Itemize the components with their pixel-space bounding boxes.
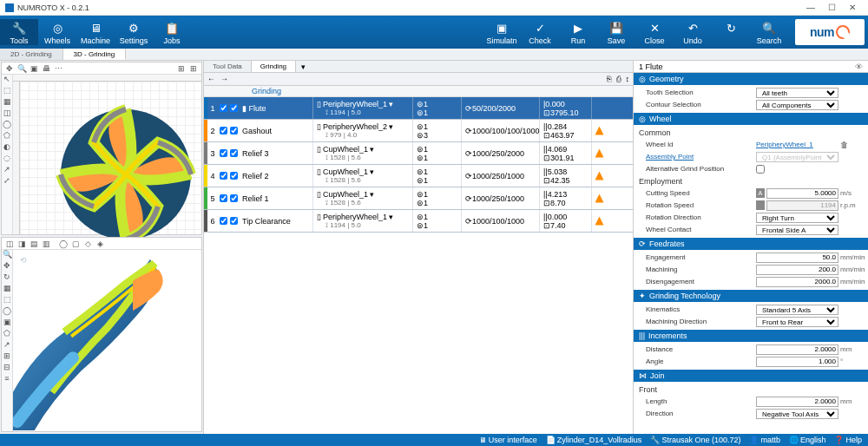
v3-mode1-icon[interactable]: ◫ bbox=[3, 239, 16, 249]
v3-s8[interactable]: ⬠ bbox=[2, 329, 12, 340]
ribbon-run[interactable]: ▶Run bbox=[559, 19, 597, 45]
mid-tab-more-icon[interactable]: ▾ bbox=[296, 61, 311, 72]
v3-s7[interactable]: ▣ bbox=[2, 318, 12, 329]
status-user-interface[interactable]: 🖥 User interface bbox=[477, 436, 540, 444]
check-alt-grind[interactable] bbox=[756, 165, 765, 174]
vt-btn-10[interactable]: ⤢ bbox=[2, 176, 12, 187]
row-check-1[interactable] bbox=[220, 104, 227, 112]
v3-s1[interactable]: 🔍 bbox=[2, 250, 12, 261]
row-check-1[interactable] bbox=[220, 172, 227, 180]
vt-btn-6[interactable]: ⬠ bbox=[2, 131, 12, 142]
ribbon-check[interactable]: ✓Check bbox=[521, 19, 559, 45]
v3-shade3-icon[interactable]: ◇ bbox=[82, 239, 94, 249]
v3-s5[interactable]: ⬚ bbox=[2, 295, 12, 306]
input-cutting-speed[interactable] bbox=[766, 188, 838, 199]
section-feedrates[interactable]: ⟳Feedrates bbox=[634, 238, 868, 250]
input-length[interactable] bbox=[756, 397, 838, 407]
row-check-2[interactable] bbox=[230, 104, 238, 112]
input-distance[interactable] bbox=[756, 344, 838, 355]
viewer-3d-canvas[interactable]: ⟲ bbox=[13, 250, 201, 431]
section-increments[interactable]: |||Increments bbox=[634, 330, 868, 342]
section-grinding-tech[interactable]: ✦Grinding Technology bbox=[634, 290, 868, 302]
v3-shade4-icon[interactable]: ◈ bbox=[94, 239, 106, 249]
arrow-right-icon[interactable]: → bbox=[220, 75, 228, 83]
viewer-tool-fit-icon[interactable]: ▣ bbox=[28, 63, 40, 74]
lbl-assembly-point[interactable]: Assembly Point bbox=[639, 153, 756, 161]
v3-s3[interactable]: ↻ bbox=[2, 272, 12, 284]
v3-s10[interactable]: ⊞ bbox=[2, 351, 12, 363]
grid-row[interactable]: 1▮ Flute▯ PeripheryWheel_1 ▾⟟ 1194 | 5.0… bbox=[204, 97, 633, 120]
row-wheel[interactable]: ▯ CupWheel_1 ▾ bbox=[317, 145, 412, 154]
grid-row[interactable]: 3Relief 3▯ CupWheel_1 ▾⟟ 1528 | 5.6⊜1⊜1⟳… bbox=[204, 142, 633, 165]
ribbon-machine[interactable]: 🖥Machine bbox=[76, 19, 115, 45]
row-check-2[interactable] bbox=[230, 172, 238, 180]
grid-row[interactable]: 6Tip Clearance▯ PeripheryWheel_1 ▾⟟ 1194… bbox=[204, 210, 633, 233]
row-check-2[interactable] bbox=[230, 127, 238, 134]
viewer-tool-zoom-icon[interactable]: 🔍 bbox=[16, 63, 28, 74]
ribbon-action[interactable]: ↻ bbox=[712, 19, 750, 45]
ribbon-wheels[interactable]: ◎Wheels bbox=[38, 19, 76, 45]
ribbon-undo[interactable]: ↶Undo bbox=[674, 19, 712, 45]
viewer-2d-canvas[interactable] bbox=[20, 82, 201, 234]
viewer-tool-more-icon[interactable]: ⋯ bbox=[52, 63, 64, 74]
trash-icon[interactable]: 🗑 bbox=[840, 141, 848, 149]
section-geometry[interactable]: ◎Geometry bbox=[634, 73, 868, 85]
select-tooth-selection[interactable]: All teeth bbox=[756, 88, 838, 98]
v3-s6[interactable]: ◯ bbox=[2, 306, 12, 318]
eye-icon[interactable]: 👁 bbox=[855, 62, 863, 71]
viewer-add-right-icon[interactable]: ⊞ bbox=[187, 63, 200, 74]
v3-mode2-icon[interactable]: ◨ bbox=[16, 239, 28, 249]
tab-2d-grinding[interactable]: 2D - Grinding bbox=[0, 49, 63, 60]
row-wheel[interactable]: ▯ PeripheryWheel_2 ▾ bbox=[317, 122, 412, 131]
v3-mode3-icon[interactable]: ▤ bbox=[28, 239, 40, 249]
vt-btn-3[interactable]: ▦ bbox=[2, 97, 12, 108]
row-check-2[interactable] bbox=[230, 194, 238, 202]
row-check-2[interactable] bbox=[230, 149, 238, 157]
ribbon-search[interactable]: 🔍Search bbox=[750, 19, 788, 45]
arrow-left-icon[interactable]: ← bbox=[207, 75, 215, 83]
v3-s11[interactable]: ⊟ bbox=[2, 363, 12, 374]
vt-btn-5[interactable]: ◯ bbox=[2, 120, 12, 131]
select-direction[interactable]: Negative Tool Axis bbox=[756, 409, 838, 419]
grid-row[interactable]: 4Relief 2▯ CupWheel_1 ▾⟟ 1528 | 5.6⊜1⊜1⟳… bbox=[204, 165, 633, 187]
input-angle[interactable] bbox=[756, 357, 838, 367]
vt-btn-2[interactable]: ⬚ bbox=[2, 86, 12, 97]
row-check-2[interactable] bbox=[230, 217, 238, 225]
vt-btn-9[interactable]: ↗ bbox=[2, 165, 12, 176]
v3-mode4-icon[interactable]: ▥ bbox=[40, 239, 52, 249]
row-wheel[interactable]: ▯ PeripheryWheel_1 ▾ bbox=[317, 100, 412, 108]
viewer-add-left-icon[interactable]: ⊞ bbox=[175, 63, 187, 74]
select-kinematics[interactable]: Standard 5 Axis bbox=[756, 305, 838, 315]
mid-tab-grinding[interactable]: Grinding bbox=[252, 61, 296, 72]
input-machining[interactable] bbox=[756, 265, 838, 275]
ribbon-settings[interactable]: ⚙Settings bbox=[115, 19, 153, 45]
vt-btn-7[interactable]: ◐ bbox=[2, 142, 12, 154]
row-check-1[interactable] bbox=[220, 149, 227, 157]
ribbon-close[interactable]: ✕Close bbox=[635, 19, 674, 45]
select-machining-direction[interactable]: Front to Rear bbox=[756, 317, 838, 327]
status-language[interactable]: 🌐 English bbox=[786, 436, 829, 444]
select-contour-selection[interactable]: All Components bbox=[756, 100, 838, 110]
ribbon-simulatn[interactable]: ▣Simulatn bbox=[483, 19, 521, 45]
row-check-1[interactable] bbox=[220, 194, 227, 202]
tab-3d-grinding[interactable]: 3D - Grinding bbox=[63, 49, 127, 60]
mid-tab-tool-data[interactable]: Tool Data bbox=[204, 61, 252, 72]
select-rotation-direction[interactable]: Right Turn bbox=[756, 213, 838, 223]
paste-icon[interactable]: ⎙ bbox=[616, 75, 621, 83]
row-wheel[interactable]: ▯ PeripheryWheel_1 ▾ bbox=[317, 213, 412, 221]
v3-s9[interactable]: ↗ bbox=[2, 340, 12, 351]
ribbon-save[interactable]: 💾Save bbox=[597, 19, 635, 45]
expand-icon[interactable]: ↕ bbox=[626, 75, 630, 83]
row-wheel[interactable]: ▯ CupWheel_1 ▾ bbox=[317, 167, 412, 176]
vt-btn-8[interactable]: ◌ bbox=[2, 154, 12, 165]
input-disengagement[interactable] bbox=[756, 277, 838, 287]
close-button[interactable]: ✕ bbox=[842, 3, 863, 12]
v3-s4[interactable]: ▦ bbox=[2, 284, 12, 295]
section-join[interactable]: ⋈Join bbox=[634, 370, 868, 382]
status-machine[interactable]: 🔧 Strausak One (100.72) bbox=[648, 436, 743, 444]
grid-row[interactable]: 5Relief 1▯ CupWheel_1 ▾⟟ 1528 | 5.6⊜1⊜1⟳… bbox=[204, 187, 633, 210]
maximize-button[interactable]: ☐ bbox=[821, 3, 842, 12]
copy-icon[interactable]: ⎘ bbox=[607, 75, 611, 83]
v3-shade2-icon[interactable]: ▢ bbox=[69, 239, 82, 249]
v3-s2[interactable]: ✥ bbox=[2, 261, 12, 272]
